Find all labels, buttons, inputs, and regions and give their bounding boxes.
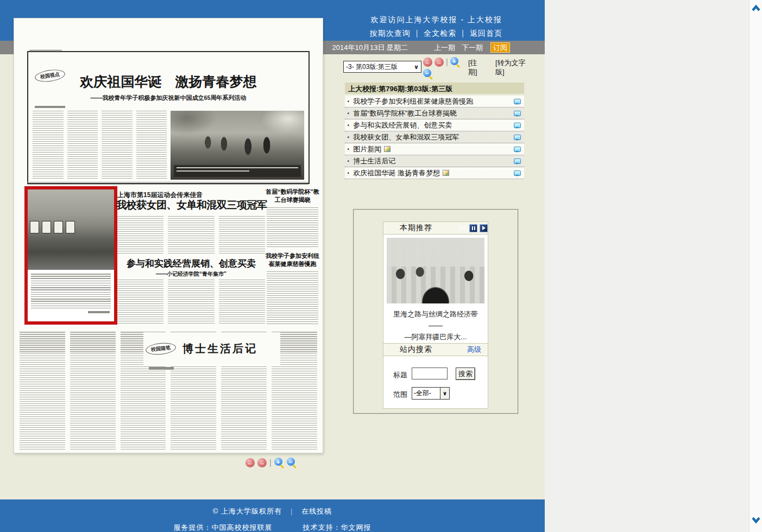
comment-icon[interactable]	[514, 99, 521, 104]
article-list: · 我校学子参加安利纽崔莱健康慈善慢跑 · 首届“数码学院杯”教工台球赛揭晓 ·…	[345, 96, 524, 179]
recommend-caption[interactable]: 里海之路与丝绸之路经济带 —— —阿塞拜疆巴库大...	[387, 308, 484, 343]
comment-icon[interactable]	[514, 123, 521, 128]
article-link[interactable]: 图片新闻	[353, 144, 381, 154]
recommend-caption-line2: —阿塞拜疆巴库大...	[405, 333, 467, 341]
prev-page-icon[interactable]: ←	[245, 458, 255, 467]
comment-icon[interactable]	[514, 111, 521, 116]
scroll-down-icon[interactable]	[751, 516, 761, 526]
slideshow-counter: 5/5	[458, 224, 467, 232]
photo-caption	[174, 165, 301, 177]
sidebar-headline-1: 首届“数码学院杯”教工台球赛揭晓	[266, 188, 319, 204]
pause-button[interactable]	[469, 224, 477, 232]
sidebar-article-text	[267, 207, 318, 248]
article-list-item[interactable]: · 首届“数码学院杯”教工台球赛揭晓	[345, 107, 524, 119]
recommend-panel-body: 里海之路与丝绸之路经济带 —— —阿塞拜疆巴库大...	[383, 235, 488, 347]
next-page-icon[interactable]: →	[434, 58, 444, 67]
recommend-photo[interactable]	[387, 238, 484, 303]
essay-headline-block: 校园随笔 博士生活后记	[143, 332, 280, 365]
picture-icon	[384, 146, 391, 152]
bullet-icon: ·	[347, 156, 350, 166]
column-stamp-bottom: 校园随笔	[145, 341, 177, 356]
filler-text-line	[27, 182, 308, 186]
header-nav: 按期次查询|全文检索|返回首页	[370, 29, 502, 39]
article-link[interactable]: 欢庆祖国华诞 激扬青春梦想	[353, 168, 440, 178]
sports-article-body	[117, 216, 265, 254]
nav-search-by-issue[interactable]: 按期次查询	[370, 29, 411, 37]
bullet-icon: ·	[347, 109, 350, 118]
newspaper-page-image[interactable]: 2014年10月13日 校园生活 Shanghai University 3 校…	[14, 18, 323, 453]
market-article-body	[117, 280, 265, 324]
article-list-item[interactable]: · 我校学子参加安利纽崔莱健康慈善慢跑	[345, 96, 524, 107]
sports-headline: 我校获女团、女单和混双三项冠军	[116, 198, 268, 212]
next-issue-link[interactable]: 下一期	[462, 43, 483, 53]
site-container: 欢迎访问上海大学校报 - 上大校报 按期次查询|全文检索|返回首页 2014年1…	[0, 0, 545, 532]
zoom-in-icon[interactable]: +	[450, 57, 460, 67]
article-link[interactable]: 首届“数码学院杯”教工台球赛揭晓	[353, 109, 457, 118]
online-submission-link[interactable]: 在线投稿	[301, 507, 332, 515]
picture-icon	[443, 170, 449, 176]
scroll-up-icon[interactable]	[751, 4, 761, 15]
search-title-input[interactable]	[412, 368, 448, 379]
copyright-text: © 上海大学版权所有	[213, 507, 282, 515]
article-link[interactable]: 我校学子参加安利纽崔莱健康慈善慢跑	[353, 97, 473, 106]
recommend-panel: 本期推荐 5/5 里海之路与丝绸之路经济带 —— —阿塞拜疆巴库大...	[383, 221, 488, 347]
essay-headline: 博士生活后记	[182, 341, 257, 356]
scope-select[interactable]: -全部- ∨	[412, 387, 450, 400]
prev-page-icon[interactable]: ←	[423, 58, 432, 67]
next-page-icon[interactable]: →	[257, 458, 267, 467]
booth-photo-collage	[28, 189, 114, 270]
comment-icon[interactable]	[514, 159, 521, 164]
tech-support-text: 技术支持：华文网报	[303, 523, 371, 531]
chevron-down-icon: ∨	[414, 64, 419, 71]
article-list-item[interactable]: · 参与和实践经营展销、创意买卖	[345, 119, 524, 131]
toolbar-separator: |	[269, 458, 272, 467]
sidebar-headline-2: 我校学子参加安利纽崔莱健康慈善慢跑	[266, 252, 319, 268]
advanced-search-link[interactable]: 高级	[467, 345, 481, 354]
comment-icon[interactable]	[514, 170, 521, 176]
bullet-icon: ·	[347, 144, 350, 154]
highlighted-article-text	[31, 274, 111, 309]
article-list-item[interactable]: · 博士生活后记	[345, 155, 524, 167]
zoom-out-icon[interactable]: −	[287, 458, 297, 467]
market-headline: 参与和实践经营展销、创意买卖	[117, 257, 265, 270]
bullet-icon: ·	[347, 132, 350, 142]
chevron-down-icon: ∨	[440, 388, 449, 399]
comment-icon[interactable]	[514, 135, 521, 140]
article-list-item[interactable]: · 我校获女团、女单和混双三项冠军	[345, 131, 524, 143]
lead-article-frame: 校园视点 欢庆祖国华诞 激扬青春梦想 ——我校青年学子积极参加庆祝新中国成立65…	[27, 51, 310, 184]
page-toolbar: ← → | + −	[423, 57, 467, 79]
subscribe-button[interactable]: 订阅	[490, 42, 510, 53]
market-subheadline: ——小记经济学院“青年集市”	[117, 270, 265, 278]
article-list-item[interactable]: · 欢庆祖国华诞 激扬青春梦想	[345, 167, 524, 179]
bullet-icon: ·	[347, 168, 350, 178]
article-list-item[interactable]: · 图片新闻	[345, 143, 524, 155]
nav-fulltext-search[interactable]: 全文检索	[424, 29, 456, 37]
bullet-icon: ·	[347, 97, 350, 106]
recommend-caption-line1: 里海之路与丝绸之路经济带 ——	[393, 310, 478, 330]
edition-select[interactable]: -3- 第03版:第三版 ∨	[343, 61, 421, 73]
edition-select-value: -3- 第03版:第三版	[346, 62, 398, 72]
search-panel-title: 站内搜索	[400, 345, 432, 354]
lead-subheadline: ——我校青年学子积极参加庆祝新中国成立65周年系列活动	[28, 94, 308, 102]
footer-separator: |	[291, 507, 293, 515]
zoom-out-icon[interactable]: −	[423, 69, 433, 79]
essay-byline	[149, 367, 174, 370]
scroll-edge	[749, 0, 762, 532]
prev-issue-link[interactable]: 上一期	[434, 43, 455, 53]
welcome-text: 欢迎访问上海大学校报 - 上大校报	[371, 15, 502, 25]
search-button[interactable]: 搜索	[456, 368, 475, 380]
sidebar-column: 首届“数码学院杯”教工台球赛揭晓 我校学子参加安利纽崔莱健康慈善慢跑	[266, 188, 319, 326]
article-link[interactable]: 我校获女团、女单和混双三项冠军	[353, 132, 459, 142]
article-link[interactable]: 参与和实践经营展销、创意买卖	[353, 121, 452, 130]
comment-icon[interactable]	[514, 147, 521, 152]
text-version-link[interactable]: [转为文字版]	[495, 58, 528, 77]
sidebar-article-text	[267, 271, 318, 326]
recommend-title: 本期推荐	[400, 223, 432, 233]
article-link[interactable]: 博士生活后记	[353, 156, 395, 166]
play-button[interactable]	[480, 224, 488, 232]
nav-back-home[interactable]: 返回首页	[470, 29, 502, 37]
runners-photo	[171, 111, 304, 180]
past-issues-link[interactable]: [往期]	[468, 58, 483, 77]
zoom-in-icon[interactable]: +	[274, 458, 284, 467]
nav-separator: |	[416, 29, 419, 37]
